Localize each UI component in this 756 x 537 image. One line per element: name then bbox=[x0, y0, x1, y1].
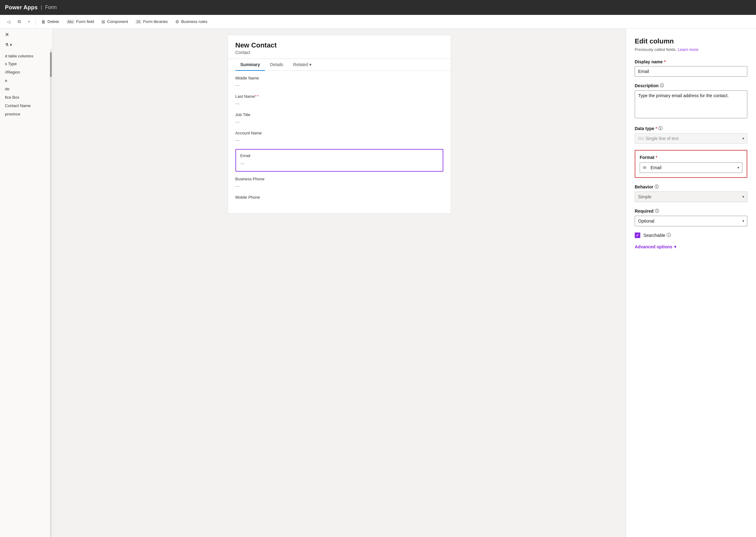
form-libraries-button[interactable]: JS Form libraries bbox=[132, 17, 171, 27]
tab-details[interactable]: Details bbox=[265, 59, 288, 71]
field-business-phone: Business Phone --- bbox=[236, 177, 443, 190]
chevron-down-icon: ▾ bbox=[28, 20, 30, 23]
field-last-name-label: Last Name* bbox=[236, 94, 443, 99]
required-select-wrapper: Optional ▾ bbox=[635, 216, 747, 226]
field-job-title-label: Job Title bbox=[236, 112, 443, 117]
field-business-phone-label: Business Phone bbox=[236, 177, 443, 181]
sidebar-content: d table columns s Type //Region e de fic… bbox=[0, 49, 53, 537]
form-tabs: Summary Details Related ▾ bbox=[228, 59, 451, 71]
component-icon: ⊞ bbox=[101, 19, 105, 24]
field-job-title: Job Title --- bbox=[236, 112, 443, 126]
required-select[interactable]: Optional bbox=[635, 216, 747, 226]
edit-column-panel: Edit column Previously called fields. Le… bbox=[626, 28, 756, 537]
field-last-name-value: --- bbox=[236, 100, 443, 107]
delete-icon: 🗑 bbox=[41, 19, 46, 24]
searchable-info-icon[interactable]: ⓘ bbox=[667, 232, 671, 238]
sidebar-item-4[interactable]: fice Box bbox=[0, 93, 53, 102]
field-middle-name: Middle Name --- bbox=[236, 76, 443, 89]
sidebar-item-3[interactable]: de bbox=[0, 85, 53, 93]
display-name-label: Display name * bbox=[635, 59, 747, 64]
field-mobile-phone-value bbox=[236, 201, 443, 203]
filter-chevron-icon: ▾ bbox=[10, 43, 12, 47]
tab-related[interactable]: Related ▾ bbox=[288, 59, 317, 71]
searchable-checkbox[interactable]: ✓ bbox=[635, 232, 640, 238]
sidebar-item-1[interactable]: //Region bbox=[0, 68, 53, 76]
sidebar-item-2[interactable]: e bbox=[0, 76, 53, 85]
edit-panel-title: Edit column bbox=[635, 37, 747, 45]
data-type-group: Data type * ⓘ Abc Single line of text ▾ bbox=[635, 126, 747, 144]
field-mobile-phone: Mobile Phone bbox=[236, 195, 443, 203]
sidebar-close-button[interactable]: ✕ bbox=[0, 28, 53, 41]
data-type-select[interactable]: Single line of text bbox=[635, 133, 747, 144]
edit-panel-subtitle: Previously called fields. Learn more bbox=[635, 47, 747, 52]
data-type-info-icon[interactable]: ⓘ bbox=[658, 126, 662, 131]
behavior-select-wrapper: Simple ▾ bbox=[635, 191, 747, 202]
form-field-button[interactable]: Abc Form field bbox=[63, 17, 97, 27]
app-title: Power Apps bbox=[5, 4, 38, 11]
data-type-label: Data type * ⓘ bbox=[635, 126, 747, 131]
delete-label: Delete bbox=[48, 19, 59, 24]
field-account-name: Account Name --- bbox=[236, 131, 443, 144]
filter-icon: ⚗ bbox=[5, 43, 9, 47]
form-body: Middle Name --- Last Name* --- Job Title… bbox=[228, 71, 451, 213]
sidebar-item-5[interactable]: Contact Name bbox=[0, 102, 53, 110]
dropdown-button[interactable]: ▾ bbox=[25, 17, 33, 27]
learn-more-link[interactable]: Learn more bbox=[678, 47, 698, 52]
form-field-label: Form field bbox=[76, 19, 94, 24]
sidebar-section-header: d table columns bbox=[0, 52, 53, 60]
required-info-icon[interactable]: ⓘ bbox=[655, 208, 659, 214]
field-email-label: Email bbox=[241, 153, 438, 158]
field-last-name: Last Name* --- bbox=[236, 94, 443, 107]
form-title: New Contact bbox=[236, 41, 443, 49]
toolbar-divider-1 bbox=[35, 18, 36, 25]
toolbar: ◁ ⧉ ▾ 🗑 Delete Abc Form field ⊞ Componen… bbox=[0, 15, 756, 28]
required-field-label: Required ⓘ bbox=[635, 208, 747, 214]
main-layout: ✕ ⚗ ▾ d table columns s Type //Region e … bbox=[0, 28, 756, 537]
field-middle-name-label: Middle Name bbox=[236, 76, 443, 80]
form-field-icon: Abc bbox=[67, 20, 74, 24]
required-group: Required ⓘ Optional ▾ bbox=[635, 208, 747, 226]
delete-button[interactable]: 🗑 Delete bbox=[38, 17, 62, 27]
back-icon: ◁ bbox=[7, 19, 10, 24]
business-rules-button[interactable]: ⚙ Business rules bbox=[172, 17, 210, 27]
sidebar-filter[interactable]: ⚗ ▾ bbox=[0, 41, 53, 49]
form-libraries-label: Form libraries bbox=[143, 19, 168, 24]
form-libraries-icon: JS bbox=[135, 20, 141, 24]
form-header: New Contact Contact bbox=[228, 35, 451, 59]
business-rules-label: Business rules bbox=[181, 19, 208, 24]
copy-button[interactable]: ⧉ bbox=[15, 17, 24, 27]
advanced-options-label: Advanced options bbox=[635, 244, 672, 249]
description-label: Description ⓘ bbox=[635, 83, 747, 89]
sidebar-item-6[interactable]: province bbox=[0, 110, 53, 118]
tab-summary[interactable]: Summary bbox=[236, 59, 265, 71]
format-section: Format * ✉ Email ▾ bbox=[635, 150, 747, 178]
copy-icon: ⧉ bbox=[18, 19, 21, 24]
component-label: Component bbox=[107, 19, 128, 24]
field-email-value: --- bbox=[241, 160, 438, 167]
component-button[interactable]: ⊞ Component bbox=[98, 17, 131, 27]
display-name-group: Display name * bbox=[635, 59, 747, 77]
display-name-input[interactable] bbox=[635, 66, 747, 77]
advanced-options-chevron-icon: ▾ bbox=[674, 244, 676, 249]
data-type-select-wrapper: Abc Single line of text ▾ bbox=[635, 133, 747, 144]
description-textarea[interactable]: Type the primary email address for the c… bbox=[635, 90, 747, 118]
behavior-info-icon[interactable]: ⓘ bbox=[655, 184, 659, 190]
back-button[interactable]: ◁ bbox=[4, 17, 13, 27]
format-select[interactable]: Email bbox=[640, 162, 742, 173]
form-card: New Contact Contact Summary Details Rela… bbox=[228, 35, 451, 214]
form-subtitle: Contact bbox=[236, 50, 443, 55]
required-star-2: * bbox=[656, 126, 657, 131]
top-bar: Power Apps | Form bbox=[0, 0, 756, 15]
field-email[interactable]: Email --- bbox=[236, 149, 443, 172]
description-group: Description ⓘ Type the primary email add… bbox=[635, 83, 747, 119]
behavior-select[interactable]: Simple bbox=[635, 191, 747, 202]
related-chevron-icon: ▾ bbox=[309, 62, 312, 67]
field-job-title-value: --- bbox=[236, 118, 443, 126]
advanced-options-row[interactable]: Advanced options ▾ bbox=[635, 244, 747, 249]
description-info-icon[interactable]: ⓘ bbox=[660, 83, 664, 89]
field-mobile-phone-label: Mobile Phone bbox=[236, 195, 443, 200]
format-required-star: * bbox=[656, 155, 657, 160]
required-star: * bbox=[664, 59, 665, 64]
form-area: New Contact Contact Summary Details Rela… bbox=[53, 28, 626, 537]
sidebar-item-0[interactable]: s Type bbox=[0, 60, 53, 68]
